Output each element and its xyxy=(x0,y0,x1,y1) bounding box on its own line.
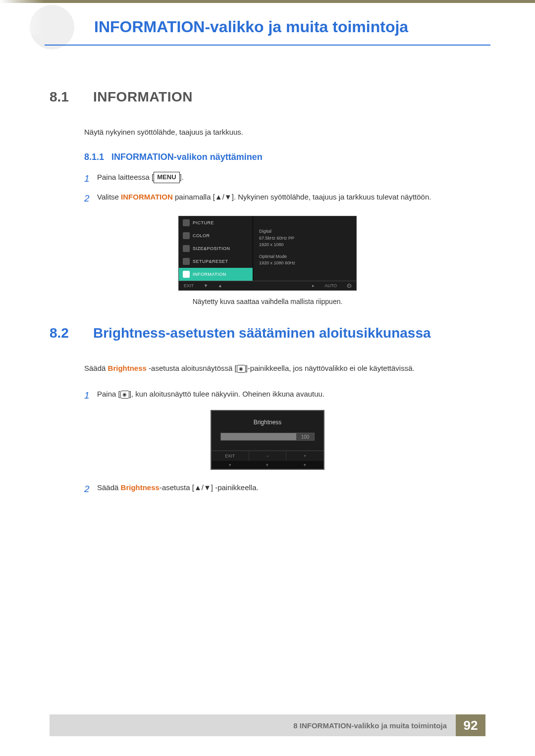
step-2: 2 Säädä Brightness-asetusta [▲/▼] -paini… xyxy=(84,482,485,497)
title-underline xyxy=(45,45,490,46)
osd-item-size-position: SIZE&POSITION xyxy=(179,242,253,255)
osd-sidebar: PICTURE COLOR SIZE&POSITION SETUP&RESET … xyxy=(179,216,253,281)
osd-info-line: 67.5kHz 60Hz PP xyxy=(259,235,350,242)
text: Säädä xyxy=(84,364,108,372)
section-heading-8-2: 8.2 Brightness-asetusten säätäminen aloi… xyxy=(50,325,485,341)
page-footer: 8 INFORMATION-valikko ja muita toimintoj… xyxy=(50,714,485,736)
osd-item-setup-reset: SETUP&RESET xyxy=(179,255,253,268)
chapter-title: INFORMATION-valikko ja muita toimintoja xyxy=(94,18,408,36)
size-icon xyxy=(183,245,190,252)
step-2: 2 Valitse INFORMATION painamalla [▲/▼]. … xyxy=(84,191,485,206)
step-number: 2 xyxy=(84,482,97,497)
text: -asetusta [▲/▼] -painikkeella. xyxy=(160,483,259,492)
fade-overlay xyxy=(0,0,45,35)
brightness-slider: 100 xyxy=(220,433,315,441)
keyword-brightness: Brightness xyxy=(108,364,147,372)
section-title: INFORMATION xyxy=(93,89,193,105)
page-number: 92 xyxy=(456,714,485,736)
step-text: ]. xyxy=(180,173,184,181)
osd-info-line: Optimal Mode xyxy=(259,253,350,260)
power-icon: ⏻ xyxy=(347,283,351,288)
step-body: Valitse INFORMATION painamalla [▲/▼]. Ny… xyxy=(97,191,485,206)
osd-footer: EXIT ▼ ▲ ▸ AUTO ⏻ xyxy=(179,281,356,290)
up-icon: ▲ xyxy=(218,283,222,288)
menu-button-icon: MENU xyxy=(154,172,179,183)
osd-nav-row: ▾ ▾ ▾ xyxy=(212,461,323,469)
osd-item-picture: PICTURE xyxy=(179,216,253,229)
step-text: Paina laitteessa [ xyxy=(97,173,154,181)
down-icon: ▾ xyxy=(249,461,286,469)
osd-info-line: 1920 x 1080 xyxy=(259,242,350,249)
osd-item-label: SETUP&RESET xyxy=(193,259,228,264)
step-text: painamalla [▲/▼]. Nykyinen syöttölähde, … xyxy=(173,193,431,201)
step-1: 1 Paina [◉], kun aloitusnäyttö tulee näk… xyxy=(84,388,485,403)
osd-item-color: COLOR xyxy=(179,229,253,242)
section-heading-8-1: 8.1 INFORMATION xyxy=(50,89,485,105)
subsection-heading: 8.1.1 INFORMATION-valikon näyttäminen xyxy=(84,152,485,162)
subsection-number: 8.1.1 xyxy=(84,152,104,162)
footer-chapter-label: 8 INFORMATION-valikko ja muita toimintoj… xyxy=(50,714,456,736)
osd-brightness-footer: EXIT − + xyxy=(212,451,323,461)
down-icon: ▾ xyxy=(286,461,323,469)
osd-item-label: INFORMATION xyxy=(193,272,226,277)
text: -asetusta aloitusnäytössä [ xyxy=(147,364,237,372)
osd-auto-label: AUTO xyxy=(324,283,337,288)
text: ], kun aloitusnäyttö tulee näkyviin. Ohe… xyxy=(129,390,324,398)
osd-exit-label: EXIT xyxy=(184,283,194,288)
osd-menu-screenshot: PICTURE COLOR SIZE&POSITION SETUP&RESET … xyxy=(178,216,357,291)
page-content: 8.1 INFORMATION Näytä nykyinen syöttöläh… xyxy=(50,89,485,502)
figure-caption: Näytetty kuva saattaa vaihdella mallista… xyxy=(50,298,485,305)
section-number: 8.2 xyxy=(50,325,79,341)
down-icon: ▼ xyxy=(204,283,208,288)
osd-brightness-title: Brightness xyxy=(212,411,323,433)
step-number: 1 xyxy=(84,171,97,186)
osd-exit-label: EXIT xyxy=(212,451,249,461)
color-icon xyxy=(183,232,190,239)
text: Säädä xyxy=(97,483,121,492)
enter-icon: ▸ xyxy=(312,283,315,288)
text: Paina [ xyxy=(97,390,120,398)
plus-icon: + xyxy=(286,451,323,461)
step-body: Paina laitteessa [MENU]. xyxy=(97,171,485,186)
minus-icon: − xyxy=(249,451,287,461)
osd-info-line: Digital xyxy=(259,228,350,235)
osd-item-information: INFORMATION xyxy=(179,268,253,281)
osd-info-line: 1920 x 1080 60Hz xyxy=(259,260,350,267)
osd-item-label: PICTURE xyxy=(193,220,214,225)
step-number: 1 xyxy=(84,388,97,403)
brightness-fill xyxy=(221,433,296,440)
picture-icon xyxy=(183,219,190,226)
step-number: 2 xyxy=(84,191,97,206)
jog-button-icon: ◉ xyxy=(120,391,129,399)
setup-icon xyxy=(183,258,190,265)
keyword-information: INFORMATION xyxy=(121,193,173,201)
subsection-title: INFORMATION-valikon näyttäminen xyxy=(111,152,263,162)
section-intro: Säädä Brightness -asetusta aloitusnäytös… xyxy=(84,363,485,374)
section-title: Brightness-asetusten säätäminen aloitusi… xyxy=(93,325,431,341)
text: ]-painikkeella, jos näyttövalikko ei ole… xyxy=(246,364,415,372)
top-accent-bar xyxy=(0,0,535,3)
step-1: 1 Paina laitteessa [MENU]. xyxy=(84,171,485,186)
jog-button-icon: ◉ xyxy=(237,365,246,373)
osd-info-panel: Digital 67.5kHz 60Hz PP 1920 x 1080 Opti… xyxy=(253,216,356,281)
info-icon xyxy=(183,271,190,278)
brightness-value: 100 xyxy=(296,433,314,440)
section-intro: Näytä nykyinen syöttölähde, taajuus ja t… xyxy=(84,127,485,138)
keyword-brightness: Brightness xyxy=(121,483,160,492)
osd-item-label: COLOR xyxy=(193,233,210,238)
down-icon: ▾ xyxy=(212,461,249,469)
step-text: Valitse xyxy=(97,193,121,201)
osd-item-label: SIZE&POSITION xyxy=(193,246,230,251)
step-body: Säädä Brightness-asetusta [▲/▼] -painikk… xyxy=(97,482,485,497)
osd-brightness-screenshot: Brightness 100 EXIT − + ▾ ▾ ▾ xyxy=(211,410,324,470)
section-number: 8.1 xyxy=(50,89,79,105)
step-body: Paina [◉], kun aloitusnäyttö tulee näkyv… xyxy=(97,388,485,403)
